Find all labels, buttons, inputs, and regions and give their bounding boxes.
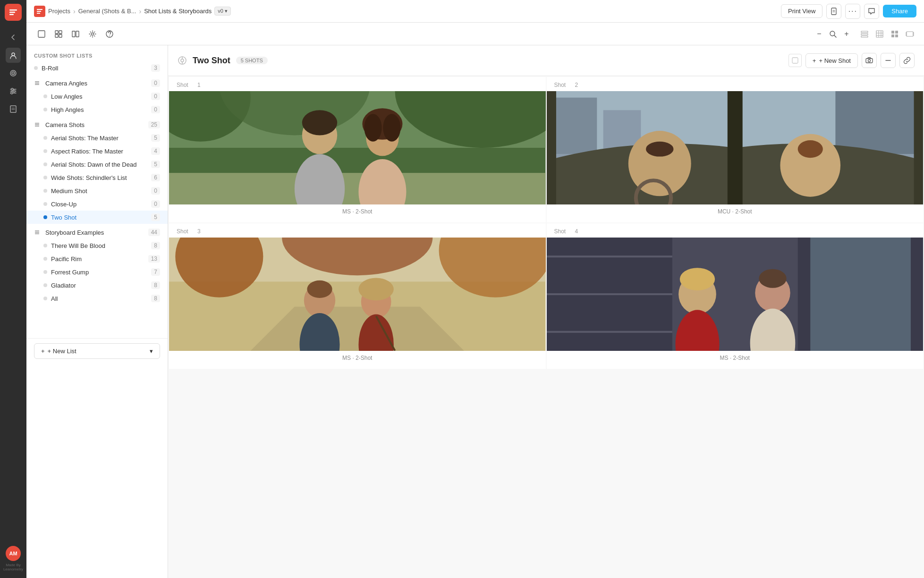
- blood-count: 8: [151, 242, 160, 249]
- svg-point-81: [383, 114, 400, 141]
- svg-point-11: [13, 90, 15, 92]
- camera-shots-header: Camera Shots 25: [26, 116, 168, 131]
- svg-point-92: [628, 131, 691, 196]
- sidebar-item-wide-shots[interactable]: Wide Shots: Schindler's List 6: [26, 171, 168, 184]
- svg-rect-16: [37, 9, 42, 10]
- help-icon[interactable]: [102, 26, 117, 42]
- blood-label: There Will Be Blood: [51, 242, 147, 249]
- breadcrumb-general[interactable]: General (Shots & B...: [78, 8, 136, 15]
- zoom-in-button[interactable]: +: [841, 28, 852, 40]
- svg-rect-54: [35, 123, 39, 124]
- camera-shots-count: 25: [148, 121, 160, 128]
- shot-camera-icon[interactable]: [862, 53, 877, 68]
- view-grid-icon[interactable]: [888, 27, 901, 41]
- camera-angles-header: Camera Angles 0: [26, 75, 168, 90]
- app-logo[interactable]: [5, 4, 22, 21]
- shot-card-2[interactable]: Shot 2: [547, 77, 924, 222]
- columns-icon[interactable]: [68, 26, 83, 42]
- shot-4-label: Shot 4: [547, 223, 924, 238]
- zoom-controls: − +: [814, 28, 852, 40]
- shot-card-1[interactable]: Shot 1: [169, 77, 546, 222]
- svg-point-80: [364, 114, 381, 141]
- shot-2-label: Shot 2: [547, 77, 924, 91]
- shot-4-image: [547, 238, 924, 351]
- new-list-button[interactable]: + + New List ▾: [34, 343, 160, 359]
- print-view-button[interactable]: Print View: [781, 4, 822, 18]
- view-film-icon[interactable]: [903, 27, 916, 41]
- share-button[interactable]: Share: [883, 5, 916, 17]
- svg-rect-25: [55, 34, 58, 37]
- sidebar-item-forrest-gump[interactable]: Forrest Gump 7: [26, 265, 168, 279]
- svg-rect-28: [76, 31, 79, 37]
- svg-point-93: [646, 142, 673, 157]
- sidebar-item-high-angles[interactable]: High Angles 0: [26, 103, 168, 116]
- sidebar-item-aerial-dawn[interactable]: Aerial Shots: Dawn of the Dead 5: [26, 158, 168, 171]
- shot-card-3[interactable]: Shot 3: [169, 223, 546, 369]
- sidebar-item-aspect-ratios[interactable]: Aspect Ratios: The Master 4: [26, 144, 168, 158]
- svg-rect-27: [72, 31, 75, 37]
- svg-rect-23: [55, 31, 58, 34]
- high-angles-count: 0: [151, 106, 160, 113]
- sidebar-item-gladiator[interactable]: Gladiator 8: [26, 279, 168, 292]
- svg-rect-90: [914, 91, 923, 204]
- nav-target-icon[interactable]: [6, 66, 21, 81]
- more-options-button[interactable]: ···: [845, 4, 860, 19]
- view-list-icon[interactable]: [858, 27, 871, 41]
- camera-angles-section-icon: [34, 79, 42, 87]
- storyboard-section-icon: [34, 229, 42, 236]
- file-icon-button[interactable]: [826, 4, 841, 19]
- svg-rect-56: [35, 126, 39, 127]
- nav-back-icon[interactable]: [6, 30, 21, 45]
- nav-sliders-icon[interactable]: [6, 84, 21, 99]
- shot-3-image: [169, 238, 546, 351]
- sidebar-item-all[interactable]: All 8: [26, 292, 168, 305]
- shot-minus-icon[interactable]: [881, 53, 896, 68]
- aerial-master-count: 5: [151, 134, 160, 142]
- svg-rect-24: [59, 31, 62, 34]
- low-angles-count: 0: [151, 93, 160, 100]
- nav-book-icon[interactable]: [6, 102, 21, 117]
- zoom-out-button[interactable]: −: [814, 28, 825, 40]
- broll-dot: [34, 66, 38, 70]
- forrest-gump-count: 7: [151, 268, 160, 276]
- pacific-rim-dot: [43, 257, 47, 261]
- sidebar-item-two-shot[interactable]: Two Shot 5: [26, 211, 168, 224]
- svg-point-107: [358, 278, 393, 300]
- shot-3-word: Shot: [177, 228, 188, 235]
- settings-icon[interactable]: [85, 26, 100, 42]
- svg-rect-57: [35, 230, 39, 231]
- shot-card-4[interactable]: Shot 4: [547, 223, 924, 369]
- pacific-rim-count: 13: [148, 255, 160, 263]
- svg-rect-19: [831, 8, 836, 15]
- frame-icon[interactable]: [34, 26, 49, 42]
- breadcrumb-projects[interactable]: Projects: [48, 8, 70, 15]
- svg-rect-53: [35, 84, 39, 85]
- custom-shot-lists-label: CUSTOM SHOT LISTS: [34, 53, 160, 59]
- version-badge[interactable]: v0 ▾: [214, 7, 231, 16]
- svg-point-61: [181, 59, 184, 62]
- sidebar-item-low-angles[interactable]: Low Angles 0: [26, 90, 168, 103]
- shot-link-icon[interactable]: [899, 53, 915, 68]
- new-shot-label: + New Shot: [819, 57, 851, 64]
- nav-user-icon[interactable]: [6, 48, 21, 63]
- grid-small-icon[interactable]: [51, 26, 66, 42]
- view-table-icon[interactable]: [873, 27, 886, 41]
- sidebar-item-pacific-rim[interactable]: Pacific Rim 13: [26, 252, 168, 265]
- svg-rect-64: [792, 58, 798, 63]
- checkbox-icon[interactable]: [788, 54, 802, 67]
- new-shot-button[interactable]: + + New Shot: [805, 53, 858, 68]
- sidebar-item-aerial-master[interactable]: Aerial Shots: The Master 5: [26, 131, 168, 144]
- aspect-ratios-count: 4: [151, 147, 160, 155]
- user-avatar[interactable]: AM: [6, 546, 21, 561]
- camera-shots-label: Camera Shots: [45, 121, 144, 128]
- breadcrumb: Projects › General (Shots & B... › Shot …: [34, 6, 777, 17]
- svg-rect-50: [913, 34, 915, 35]
- sidebar-item-broll[interactable]: B-Roll 3: [26, 61, 168, 75]
- sidebar-item-medium-shot[interactable]: Medium Shot 0: [26, 184, 168, 197]
- comment-button[interactable]: [864, 4, 879, 19]
- sidebar-item-close-up[interactable]: Close-Up 0: [26, 197, 168, 211]
- broll-label: B-Roll: [42, 65, 147, 72]
- sidebar-item-there-will-be-blood[interactable]: There Will Be Blood 8: [26, 239, 168, 252]
- svg-point-121: [759, 269, 786, 288]
- shot-2-number: 2: [575, 82, 578, 88]
